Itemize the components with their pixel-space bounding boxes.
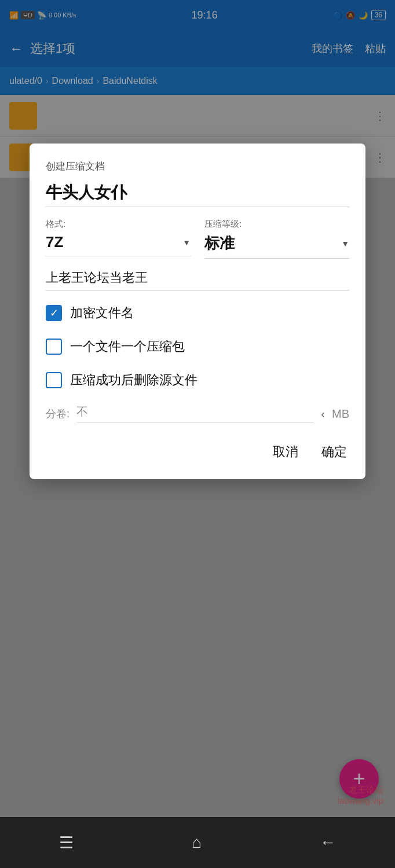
dialog-actions: 取消 确定 [46, 439, 349, 465]
bottom-menu-icon[interactable]: ☰ [59, 833, 74, 852]
check-icon: ✓ [50, 308, 58, 318]
split-value-input[interactable] [76, 405, 314, 422]
delete-source-checkbox[interactable] [46, 372, 62, 388]
format-level-row: 格式: 7Z ▼ 压缩等级: 标准 ▼ [46, 219, 349, 259]
filename-input[interactable] [46, 183, 349, 207]
format-value: 7Z [46, 233, 182, 251]
bottom-home-icon[interactable]: ⌂ [192, 833, 202, 852]
split-unit: MB [332, 407, 349, 421]
bottom-nav: ☰ ⌂ ← [0, 817, 395, 868]
encrypt-filename-row: ✓ 加密文件名 [46, 304, 349, 322]
level-label: 压缩等级: [204, 219, 349, 230]
cancel-button[interactable]: 取消 [270, 439, 301, 465]
level-value: 标准 [204, 233, 341, 253]
one-file-per-archive-row: 一个文件一个压缩包 [46, 338, 349, 355]
password-input[interactable] [46, 270, 349, 290]
split-arrow-icon: ‹ [321, 407, 325, 421]
bottom-back-icon[interactable]: ← [320, 833, 336, 852]
confirm-button[interactable]: 确定 [319, 439, 349, 465]
level-field: 压缩等级: 标准 ▼ [204, 219, 349, 259]
format-field: 格式: 7Z ▼ [46, 219, 191, 256]
level-arrow-icon: ▼ [341, 239, 349, 248]
split-volume-row: 分卷: ‹ MB [46, 405, 349, 422]
encrypt-filename-checkbox[interactable]: ✓ [46, 305, 62, 321]
one-file-per-archive-checkbox[interactable] [46, 339, 62, 355]
level-select[interactable]: 标准 ▼ [204, 233, 349, 259]
encrypt-filename-label: 加密文件名 [70, 304, 134, 322]
split-label: 分卷: [46, 407, 70, 421]
format-select[interactable]: 7Z ▼ [46, 233, 191, 256]
delete-source-label: 压缩成功后删除源文件 [70, 372, 198, 389]
one-file-per-archive-label: 一个文件一个压缩包 [70, 338, 185, 355]
create-archive-dialog: 创建压缩文档 格式: 7Z ▼ 压缩等级: 标准 ▼ ✓ 加密文件名 一个文件一… [30, 144, 365, 479]
format-label: 格式: [46, 219, 191, 230]
delete-source-row: 压缩成功后删除源文件 [46, 372, 349, 389]
dialog-title: 创建压缩文档 [46, 160, 349, 173]
format-arrow-icon: ▼ [182, 238, 191, 247]
